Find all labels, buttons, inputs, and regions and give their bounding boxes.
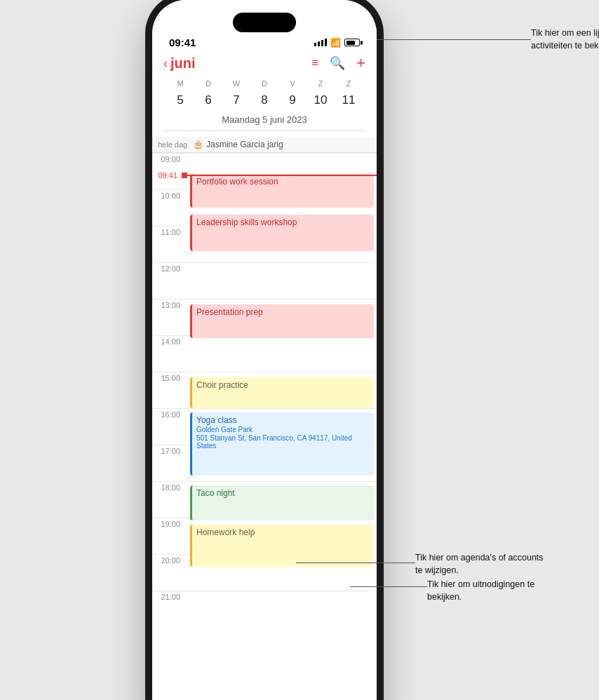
day-label-thu: D: [250, 78, 278, 89]
event-presentation[interactable]: Presentation prep: [190, 304, 374, 338]
time-1600: 16:00: [152, 409, 186, 419]
annotation-inkomend: Tik hier om uitnodigingen te bekijken.: [427, 578, 557, 603]
day-label-tue: D: [194, 78, 222, 89]
day-label-sat: Z: [307, 78, 335, 89]
day-label-sun: Z: [335, 78, 363, 89]
allday-label: hele dag: [158, 140, 187, 149]
day-5[interactable]: 5: [166, 90, 194, 110]
event-title: Leadership skills workshop: [196, 217, 297, 227]
day-label-mon: M: [166, 78, 194, 89]
month-nav[interactable]: ‹ juni: [163, 55, 196, 72]
battery-icon: [344, 39, 360, 46]
current-time-label: 09:41: [152, 171, 182, 180]
day-11[interactable]: 11: [335, 90, 363, 110]
event-title: Presentation prep: [196, 307, 263, 317]
slot-1200: [186, 263, 377, 299]
event-subtitle2: 501 Stanyan St, San Francisco, CA 94117,…: [196, 434, 370, 450]
search-icon[interactable]: 🔍: [330, 55, 345, 71]
day-label-fri: V: [278, 78, 307, 89]
day-7[interactable]: 7: [222, 90, 250, 110]
list-view-icon[interactable]: ≡: [311, 56, 318, 70]
time-1800: 18:00: [152, 482, 186, 492]
time-2100: 21:00: [152, 591, 186, 601]
day-8[interactable]: 8: [250, 90, 278, 110]
calendar-nav: ‹ juni ≡ 🔍 +: [163, 51, 365, 78]
status-bar: 09:41 📶: [152, 32, 377, 51]
signal-icon: [314, 39, 327, 46]
calendar-header: ‹ juni ≡ 🔍 + M D W D V Z Z 5: [152, 51, 377, 137]
event-title: Choir practice: [196, 380, 248, 390]
time-1500: 15:00: [152, 372, 186, 382]
day-10[interactable]: 10: [307, 90, 335, 110]
time-1900: 19:00: [152, 518, 186, 528]
add-event-icon[interactable]: +: [356, 54, 365, 72]
day-headers: M D W D V Z Z: [163, 78, 365, 89]
phone-top: [152, 0, 377, 32]
event-leadership[interactable]: Leadership skills workshop: [190, 215, 374, 251]
back-chevron-icon[interactable]: ‹: [163, 56, 168, 71]
time-1400: 14:00: [152, 336, 186, 346]
event-taco[interactable]: Taco night: [190, 485, 374, 520]
allday-row[interactable]: hele dag 🎂 Jasmine Garcia jarig: [152, 137, 377, 153]
birthday-icon: 🎂: [193, 140, 203, 149]
month-label[interactable]: juni: [170, 55, 196, 72]
event-yoga[interactable]: Yoga class Golden Gate Park 501 Stanyan …: [190, 412, 374, 476]
day-6[interactable]: 6: [194, 90, 222, 110]
allday-event-text: Jasmine Garcia jarig: [206, 140, 283, 149]
wifi-icon: 📶: [330, 38, 341, 48]
time-row-1200: 12:00: [152, 262, 377, 299]
day-numbers: 5 6 7 8 9 10 11: [163, 89, 365, 112]
dynamic-island: [233, 13, 296, 32]
time-1300: 13:00: [152, 299, 186, 309]
phone-frame: 09:41 📶 ‹ juni: [152, 0, 377, 700]
slot-2100: [186, 591, 377, 628]
time-1000: 10:00: [152, 190, 186, 200]
allday-event[interactable]: 🎂 Jasmine Garcia jarig: [193, 140, 283, 149]
current-time-indicator: 09:41: [152, 171, 377, 180]
event-title: Homework help: [196, 527, 255, 537]
slot-1400: [186, 336, 377, 372]
time-0900: 09:00: [152, 154, 186, 163]
annotation-list-view: Tik hier om een lijst met activiteiten t…: [531, 27, 599, 52]
time-row-1400: 14:00: [152, 335, 377, 372]
time-row-2100: 21:00: [152, 591, 377, 627]
status-icons: 📶: [314, 38, 360, 48]
time-1100: 11:00: [152, 227, 186, 236]
event-title: Taco night: [196, 488, 235, 498]
event-subtitle1: Golden Gate Park: [196, 426, 370, 433]
calendar-body[interactable]: hele dag 🎂 Jasmine Garcia jarig 09:00 09…: [152, 137, 377, 700]
time-line: [187, 175, 377, 176]
time-grid: 09:00 09:41 10:00 11:00: [152, 153, 377, 700]
event-choir[interactable]: Choir practice: [190, 377, 374, 408]
time-2000: 20:00: [152, 555, 186, 565]
day-label-wed: W: [222, 78, 250, 89]
status-time: 09:41: [169, 36, 196, 48]
time-dot: [182, 173, 187, 178]
event-homework[interactable]: Homework help: [190, 525, 374, 567]
time-1700: 17:00: [152, 445, 186, 455]
annotation-agendas: Tik hier om agenda's of accounts te wijz…: [415, 551, 545, 577]
calendar-toolbar-icons: ≡ 🔍 +: [311, 54, 365, 72]
day-9[interactable]: 9: [278, 90, 307, 110]
event-title: Yoga class: [196, 415, 370, 425]
date-subtitle: Maandag 5 juni 2023: [163, 112, 365, 131]
time-1200: 12:00: [152, 263, 186, 273]
